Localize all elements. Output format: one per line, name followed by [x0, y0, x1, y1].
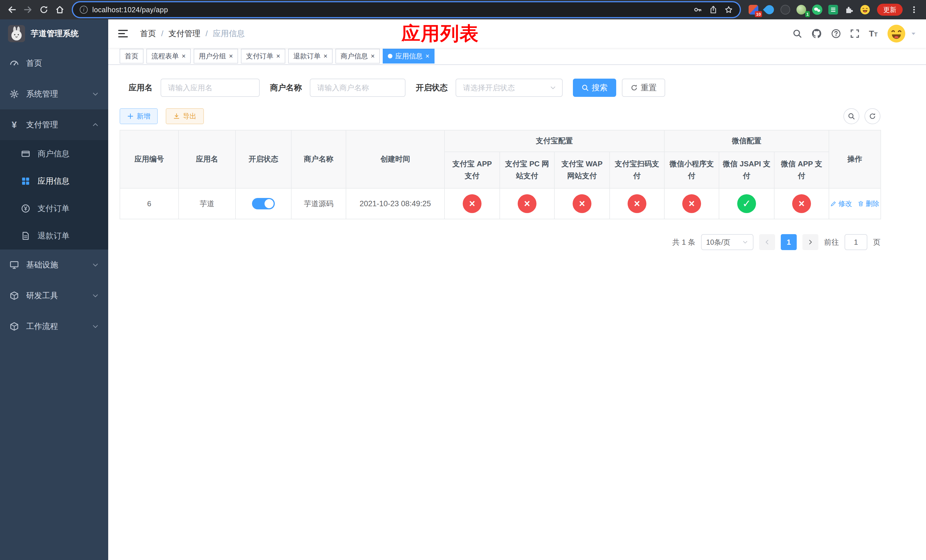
sidebar-item-label: 应用信息 — [38, 176, 99, 186]
tab-home[interactable]: 首页 — [120, 49, 144, 64]
sidebar-item-system[interactable]: 系统管理 — [0, 79, 108, 109]
sidebar-item-label: 工作流程 — [26, 321, 85, 332]
search-button[interactable]: 搜索 — [573, 79, 616, 97]
tab-refund-orders[interactable]: 退款订单 × — [288, 49, 333, 64]
chrome-update-button[interactable]: 更新 — [877, 4, 903, 16]
tab-process-form[interactable]: 流程表单 × — [146, 49, 191, 64]
emoji-extension-icon[interactable] — [859, 4, 871, 15]
sidebar-item-label: 研发工具 — [26, 290, 85, 301]
sidebar-item-infrastructure[interactable]: 基础设施 — [0, 250, 108, 280]
browser-back-button[interactable] — [5, 2, 20, 17]
sidebar-item-label: 商户信息 — [38, 148, 99, 159]
browser-menu-button[interactable] — [906, 2, 921, 17]
close-icon[interactable]: × — [276, 53, 280, 59]
page-size-select[interactable]: 10条/页 — [701, 234, 754, 250]
share-icon[interactable] — [709, 5, 717, 14]
sidebar-item-app-info[interactable]: 应用信息 — [0, 168, 108, 195]
dark-circle-glyph — [781, 5, 790, 15]
site-info-icon[interactable]: i — [80, 6, 88, 14]
reset-button[interactable]: 重置 — [622, 79, 665, 97]
browser-forward-button[interactable] — [21, 2, 35, 17]
next-page-button[interactable] — [802, 234, 819, 250]
tab-label: 退款订单 — [293, 51, 321, 61]
sidebar-item-label: 退款订单 — [38, 230, 99, 241]
sidebar-item-refund-orders[interactable]: 退款订单 — [0, 222, 108, 250]
sidebar-item-workflow[interactable]: 工作流程 — [0, 311, 108, 342]
font-size-icon[interactable]: TT — [869, 29, 878, 38]
url-text[interactable]: localhost:1024/pay/app — [92, 6, 689, 14]
pagination: 共 1 条 10条/页 1 前往 页 — [120, 234, 881, 250]
select-placeholder: 请选择开启状态 — [463, 83, 515, 93]
app-logo[interactable]: 芋道管理系统 — [0, 20, 108, 48]
breadcrumb-payment[interactable]: 支付管理 — [169, 28, 200, 39]
tab-app-info[interactable]: 应用信息 × — [383, 49, 434, 64]
refresh-icon — [869, 112, 876, 120]
breadcrumb-separator: / — [206, 29, 208, 38]
extension-icon-2[interactable] — [764, 4, 775, 15]
tab-label: 应用信息 — [395, 51, 422, 61]
extension-icon-3[interactable] — [780, 4, 791, 15]
refresh-table-button[interactable] — [864, 108, 881, 124]
export-button[interactable]: 导出 — [166, 108, 204, 124]
goto-page-input[interactable] — [844, 234, 867, 250]
extension-icon-1[interactable]: 10 — [748, 4, 759, 15]
close-icon[interactable]: × — [182, 53, 186, 59]
password-key-icon[interactable] — [694, 5, 702, 14]
dashboard-icon — [9, 58, 20, 68]
yen-icon: ¥ — [9, 120, 20, 130]
extension-badge: 1 — [805, 11, 810, 17]
cell-app-id: 6 — [120, 188, 179, 219]
help-icon[interactable] — [831, 29, 841, 38]
tab-pay-orders[interactable]: 支付订单 × — [241, 49, 285, 64]
search-icon[interactable] — [793, 29, 802, 38]
notes-extension-icon[interactable] — [828, 4, 839, 15]
browser-toolbar: i localhost:1024/pay/app 10 1 — [0, 0, 926, 20]
tab-label: 首页 — [125, 51, 138, 61]
total-count: 共 1 条 — [672, 237, 695, 247]
search-form: 应用名 商户名称 开启状态 请选择开启状态 — [120, 79, 915, 97]
chevron-down-icon — [92, 261, 99, 269]
browser-reload-button[interactable] — [36, 2, 51, 17]
user-avatar-menu[interactable] — [887, 24, 917, 43]
sidebar-item-payment[interactable]: ¥ 支付管理 — [0, 109, 108, 140]
edit-link[interactable]: 修改 — [830, 199, 852, 208]
cell-app-name: 芋道 — [179, 188, 236, 219]
navbar-actions: TT — [793, 24, 917, 43]
page-number-1[interactable]: 1 — [781, 234, 797, 250]
close-icon[interactable]: × — [425, 53, 430, 59]
merchant-name-input[interactable] — [310, 79, 406, 97]
col-header-created: 创建时间 — [346, 130, 445, 188]
prev-page-button[interactable] — [759, 234, 775, 250]
app-title: 芋道管理系统 — [31, 28, 79, 39]
fullscreen-icon[interactable] — [850, 29, 859, 38]
breadcrumb-home[interactable]: 首页 — [140, 28, 156, 39]
sidebar-item-devtools[interactable]: 研发工具 — [0, 280, 108, 311]
avatar-glyph — [796, 5, 806, 15]
toggle-search-button[interactable] — [843, 108, 859, 124]
status-select[interactable]: 请选择开启状态 — [455, 79, 563, 97]
merchant-name-label: 商户名称 — [270, 82, 302, 93]
add-button[interactable]: 新增 — [120, 108, 158, 124]
tab-user-group[interactable]: 用户分组 × — [194, 49, 238, 64]
extensions-puzzle-icon[interactable] — [843, 4, 855, 15]
add-button-label: 新增 — [137, 112, 150, 121]
search-icon — [848, 112, 855, 120]
tab-merchant-info[interactable]: 商户信息 × — [336, 49, 380, 64]
app-name-input[interactable] — [160, 79, 260, 97]
sidebar-item-pay-orders[interactable]: 支付订单 — [0, 195, 108, 222]
sidebar-item-home[interactable]: 首页 — [0, 48, 108, 79]
wechat-extension-icon[interactable] — [811, 4, 823, 15]
bookmark-star-icon[interactable] — [725, 5, 733, 14]
status-toggle[interactable] — [252, 198, 275, 209]
close-icon[interactable]: × — [229, 53, 233, 59]
cube-icon — [9, 291, 20, 301]
github-icon[interactable] — [811, 28, 822, 39]
close-icon[interactable]: × — [371, 53, 375, 59]
sidebar-collapse-button[interactable] — [117, 28, 129, 39]
sidebar-item-merchant-info[interactable]: 商户信息 — [0, 140, 108, 168]
delete-link[interactable]: 删除 — [858, 199, 879, 208]
browser-home-button[interactable] — [52, 2, 67, 17]
address-bar[interactable]: i localhost:1024/pay/app — [73, 2, 740, 17]
extension-icon-4[interactable]: 1 — [796, 4, 807, 15]
close-icon[interactable]: × — [324, 53, 327, 59]
